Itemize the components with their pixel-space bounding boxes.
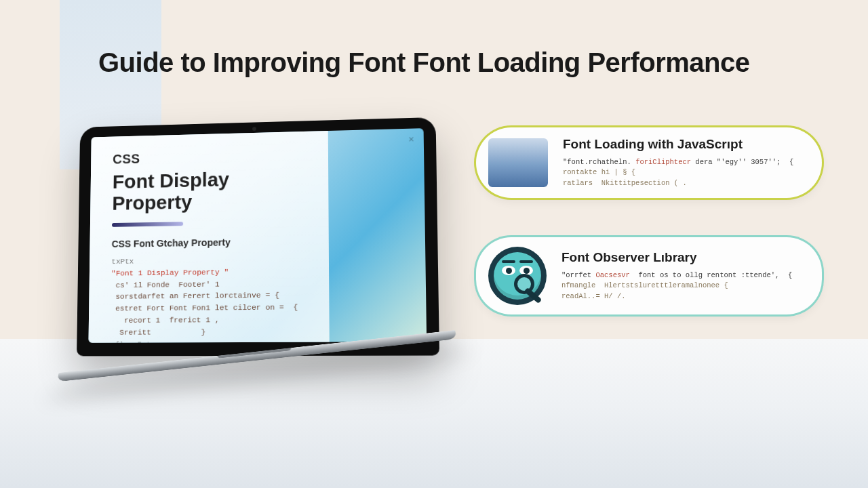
- magnifier-handle-icon: [524, 287, 542, 304]
- screen-heading-line1: Font Display: [113, 168, 229, 192]
- code-l2: cs' il Fonde Footer' 1: [111, 279, 220, 289]
- card-font-observer: Font Observer Lıbrary "orrfet Oacsesvr f…: [476, 237, 822, 314]
- code-l3: sorstdarfet an Ferert lorctainve = {: [111, 291, 279, 301]
- screen-heading-line2: Property: [112, 190, 192, 214]
- c1-l3: ratlars Nkittitpesection ( .: [563, 179, 687, 187]
- c1-l1b: foriCliphtecr: [635, 158, 691, 166]
- c2-l3: readAl..= H/ /.: [561, 292, 626, 300]
- card2-title: Font Observer Lıbrary: [561, 250, 804, 265]
- c1-l2: rontakte hi | § {: [563, 168, 635, 176]
- eye-left: [502, 266, 515, 275]
- pupil-left: [506, 268, 512, 274]
- screen-subheading: CSS Font Gtchay Property: [112, 236, 311, 249]
- card1-code: "font.rchatheln. foriCliphtecr dera "'eg…: [563, 157, 804, 188]
- laptop-lid: × CSS Font Display Property CSS Font Gtc…: [77, 117, 439, 357]
- laptop-illustration: × CSS Font Display Property CSS Font Gtc…: [54, 119, 454, 365]
- c1-l1c: dera "'egy'' 3057''; {: [691, 158, 793, 166]
- screen-code-block: txPtx "Font 1 Display Property " cs' il …: [111, 253, 312, 343]
- observer-icon: [488, 247, 547, 305]
- code-l5: recort 1 frerict 1 ,: [111, 315, 219, 325]
- pupil-right: [524, 268, 530, 274]
- code-l1b: Display Property: [147, 268, 220, 277]
- page-title: Guide to Improving Font Font Loading Per…: [98, 47, 749, 78]
- c1-l1a: "font.rchatheln.: [563, 158, 635, 166]
- card1-body: Font Loading with JavaScrıpt "font.rchat…: [563, 137, 804, 188]
- c2-l1a: "orrfet: [561, 271, 595, 279]
- c2-l2: nfmangle Hlertstsluretttleramalnonee {: [561, 281, 728, 289]
- card1-thumbnail: [488, 138, 548, 187]
- code-l4: estret Fort Font Fon1 let cilcer on = {: [111, 303, 298, 313]
- card2-code: "orrfet Oacsesvr font os to ollg rentont…: [561, 270, 804, 302]
- screen-content-panel: CSS Font Display Property CSS Font Gtcha…: [88, 131, 329, 343]
- cards-column: Font Loading with JavaScrıpt "font.rchat…: [476, 127, 822, 314]
- heading-underline: [112, 222, 183, 227]
- card-font-loading-js: Font Loading with JavaScrıpt "font.rchat…: [476, 127, 822, 198]
- c2-l1c: font os to ollg rentont :ttende', {: [630, 271, 792, 279]
- observer-face: [494, 252, 541, 300]
- screen-heading: Font Display Property: [112, 166, 311, 214]
- screen-tag: CSS: [113, 147, 311, 167]
- code-l1c: ": [220, 268, 229, 277]
- c2-l1b: Oacsesvr: [595, 271, 629, 279]
- code-l6: Sreritt }: [111, 327, 205, 336]
- card2-body: Font Observer Lıbrary "orrfet Oacsesvr f…: [561, 250, 804, 302]
- brow-left: [502, 260, 515, 263]
- card1-title: Font Loading with JavaScrıpt: [563, 137, 804, 152]
- close-icon: ×: [408, 134, 414, 144]
- laptop-screen: × CSS Font Display Property CSS Font Gtc…: [88, 128, 427, 343]
- camera-dot: [252, 127, 256, 131]
- brow-right: [519, 260, 533, 263]
- code-l7: {) Bates.: [111, 340, 165, 343]
- code-l1a: "Font 1: [111, 268, 147, 277]
